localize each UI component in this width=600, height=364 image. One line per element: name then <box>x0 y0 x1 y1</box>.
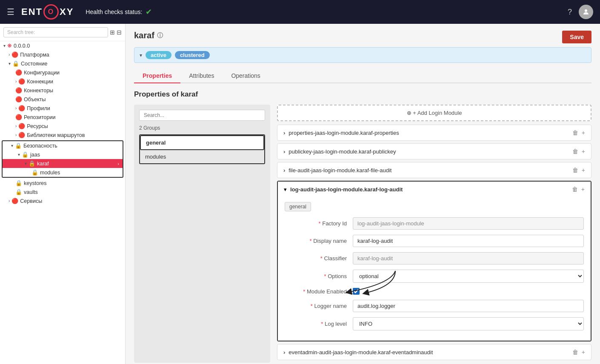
left-panel: 2 Groups general modules <box>134 105 270 363</box>
delete-module-button[interactable]: 🗑 <box>572 349 578 355</box>
sidebar-item-label: Объекты <box>24 97 46 102</box>
sidebar-item-root[interactable]: ▾ ❋ 0.0.0.0 <box>0 41 125 50</box>
add-module-button[interactable]: + <box>582 129 585 136</box>
sidebar-item-label: karaf <box>37 161 49 167</box>
help-icon[interactable]: ? <box>568 8 572 17</box>
options-select[interactable]: optional required requisite sufficient <box>353 270 584 283</box>
module-row-header[interactable]: › properties-jaas-login-module.karaf-pro… <box>277 125 591 140</box>
menu-icon[interactable]: ☰ <box>7 7 14 17</box>
modules-icon: 🔒 <box>31 169 38 176</box>
module-enabled-checkbox[interactable] <box>353 288 360 295</box>
module-body: general * Factory Id * Display name <box>278 197 591 341</box>
sidebar-item-security[interactable]: ▾ 🔒 Безопасность <box>3 141 123 150</box>
module-expanded: ▾ log-audit-jaas-login-module.karaf-log-… <box>277 181 591 341</box>
group-list: general modules <box>139 134 265 164</box>
module-row-header[interactable]: › publickey-jaas-login-module.karaf-publ… <box>277 144 591 159</box>
form-label: * Log level <box>285 321 353 327</box>
groups-label: 2 Groups <box>139 125 265 131</box>
avatar[interactable] <box>579 5 593 19</box>
delete-module-button[interactable]: 🗑 <box>572 129 578 136</box>
status-chevron-icon[interactable]: ▾ <box>140 52 142 58</box>
sidebar-item-state[interactable]: ▾ 🔒 Состояние <box>0 59 125 68</box>
config-icon: 🔴 <box>15 69 22 76</box>
form-label: * Display name <box>285 238 353 244</box>
info-icon: ⓘ <box>157 32 163 40</box>
search-input[interactable] <box>3 27 108 37</box>
chevron-icon: ▾ <box>3 43 6 48</box>
sidebar-item-configs[interactable]: 🔴 Конфигурации <box>0 68 125 77</box>
classifier-input[interactable] <box>353 252 584 264</box>
right-panel: ⊕ + Add Login Module › properties-jaas-l… <box>277 105 591 363</box>
sidebar-item-repositories[interactable]: 🔴 Репозитории <box>0 113 125 122</box>
add-module-button[interactable]: + <box>582 148 585 155</box>
required-star: * <box>319 220 323 227</box>
save-button[interactable]: Save <box>562 31 591 43</box>
sidebar-item-karaf[interactable]: ▾ 🔒 karaf › <box>3 159 123 168</box>
sidebar-item-objects[interactable]: 🔴 Объекты <box>0 95 125 104</box>
form-label: * Classifier <box>285 255 353 262</box>
topbar: ☰ ENT O XY Health checks status: ✔ ? <box>0 0 600 24</box>
required-star: * <box>324 273 328 279</box>
delete-module-button[interactable]: 🗑 <box>572 148 578 155</box>
sidebar-item-label: Репозитории <box>24 114 56 120</box>
sidebar-item-jaas[interactable]: ▾ 🔒 jaas <box>3 150 123 159</box>
factory-id-input[interactable] <box>353 217 584 230</box>
sidebar-item-keystores[interactable]: 🔒 keystores <box>0 179 125 188</box>
chevron-icon: ▾ <box>18 152 20 157</box>
module-title: properties-jaas-login-module.karaf-prope… <box>289 130 399 136</box>
state-icon: 🔒 <box>12 60 19 67</box>
module-row-header[interactable]: › eventadmin-audit-jaas-login-module.kar… <box>277 344 591 360</box>
sidebar-item-label: Профили <box>27 105 50 111</box>
module-row-header[interactable]: › file-audit-jaas-login-module.karaf-fil… <box>277 162 591 178</box>
display-name-input[interactable] <box>353 235 584 247</box>
sidebar-item-connections[interactable]: › 🔴 Коннекции <box>0 77 125 86</box>
add-module-button[interactable]: + <box>582 349 585 355</box>
expand-tree-button[interactable]: ⊞ <box>110 29 115 36</box>
services-icon: 🔴 <box>11 198 18 204</box>
required-star: * <box>303 288 307 295</box>
add-module-button[interactable]: + <box>582 167 585 173</box>
sidebar-item-label: modules <box>40 170 60 176</box>
expand-icon: ▾ <box>284 186 287 193</box>
logger-name-input[interactable] <box>353 300 584 312</box>
sidebar-item-platform[interactable]: › 🔴 Платформа <box>0 50 125 59</box>
form-row-classifier: * Classifier <box>285 252 584 264</box>
add-module-button[interactable]: + <box>581 186 585 193</box>
sidebar-item-label: vaults <box>24 189 38 195</box>
tab-attributes[interactable]: Attributes <box>180 69 223 83</box>
profiles-icon: 🔴 <box>18 105 25 111</box>
log-level-select[interactable]: INFO DEBUG WARN ERROR <box>353 317 584 330</box>
tab-operations[interactable]: Operations <box>223 69 269 83</box>
sidebar-item-label: 0.0.0.0 <box>14 43 30 49</box>
sidebar-item-connectors[interactable]: 🔴 Коннекторы <box>0 86 125 95</box>
group-item-general[interactable]: general <box>140 135 264 150</box>
chevron-icon: › <box>9 199 10 203</box>
health-status: Health checks status: ✔ <box>86 7 152 17</box>
sidebar-item-label: Состояние <box>21 61 47 67</box>
form-row-module-enabled: * Module Enabled <box>285 288 584 295</box>
delete-module-button[interactable]: 🗑 <box>572 186 578 193</box>
platform-icon: 🔴 <box>11 51 18 58</box>
properties-search-input[interactable] <box>139 110 265 121</box>
add-login-module-button[interactable]: ⊕ + Add Login Module <box>277 105 591 121</box>
form-row-display-name: * Display name <box>285 235 584 247</box>
chevron-icon: › <box>15 124 17 128</box>
sidebar-item-label: Библиотеки маршрутов <box>27 132 85 138</box>
module-actions: 🗑 + <box>572 349 585 355</box>
collapse-icon: › <box>283 148 285 155</box>
sidebar-item-profiles[interactable]: › 🔴 Профили <box>0 104 125 113</box>
delete-module-button[interactable]: 🗑 <box>572 167 578 173</box>
sidebar-item-resources[interactable]: › 🔴 Ресурсы <box>0 122 125 131</box>
sidebar-item-services[interactable]: › 🔴 Сервисы <box>0 196 125 205</box>
sidebar-item-modules[interactable]: 🔒 modules <box>3 168 123 177</box>
module-expanded-header[interactable]: ▾ log-audit-jaas-login-module.karaf-log-… <box>278 182 591 197</box>
sidebar-item-route-libs[interactable]: › 🔴 Библиотеки маршрутов <box>0 131 125 139</box>
sidebar-item-vaults[interactable]: 🔒 vaults <box>0 188 125 196</box>
collapse-icon: › <box>283 349 285 355</box>
chevron-icon: › <box>15 106 17 111</box>
collapse-icon: › <box>283 167 285 173</box>
group-item-modules[interactable]: modules <box>140 150 264 163</box>
svg-point-0 <box>585 9 587 12</box>
collapse-tree-button[interactable]: ⊟ <box>117 29 122 36</box>
tab-properties[interactable]: Properties <box>134 69 180 83</box>
